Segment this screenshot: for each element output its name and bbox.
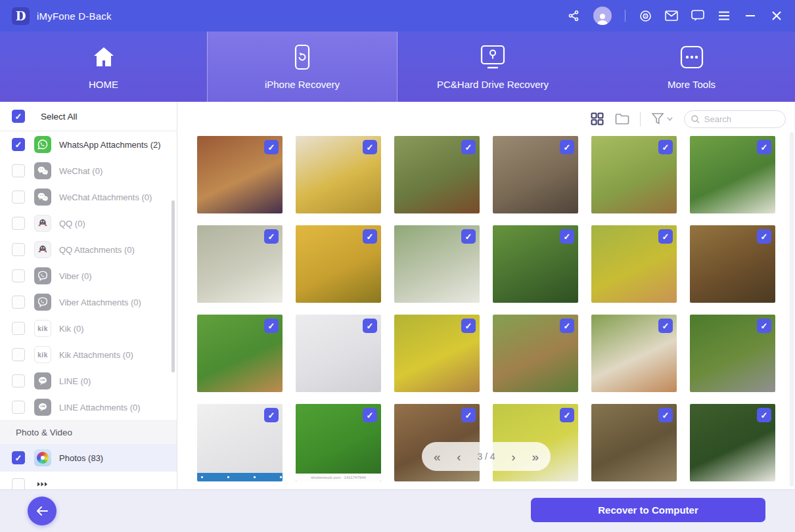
photo-checkbox[interactable]: ✓ xyxy=(363,408,377,422)
folder-view-icon[interactable] xyxy=(615,112,629,126)
chat-icon[interactable] xyxy=(691,9,704,22)
photo-checkbox[interactable]: ✓ xyxy=(264,408,279,422)
account-icon[interactable] xyxy=(593,7,612,25)
photo-checkbox[interactable]: ✓ xyxy=(658,408,673,422)
grid-view-icon[interactable] xyxy=(590,112,604,126)
menu-icon[interactable] xyxy=(717,9,731,22)
sidebar-item[interactable]: WeChat Attachments (0) xyxy=(0,184,177,210)
item-checkbox[interactable] xyxy=(12,243,25,256)
item-checkbox[interactable] xyxy=(12,322,25,335)
photo-checkbox[interactable]: ✓ xyxy=(560,229,574,244)
photo-thumbnail[interactable]: ✓ xyxy=(591,315,677,392)
select-all-row[interactable]: ✓ Select All xyxy=(0,102,177,131)
grid-scrollbar[interactable] xyxy=(790,132,794,487)
photo-thumbnail[interactable]: ✓ xyxy=(690,136,775,213)
photo-checkbox[interactable]: ✓ xyxy=(264,229,279,244)
prev-page-button[interactable]: ‹ xyxy=(457,451,461,463)
item-checkbox[interactable]: ✓ xyxy=(12,138,25,151)
monitor-search-icon xyxy=(479,43,507,71)
item-checkbox[interactable]: ✓ xyxy=(12,451,25,464)
sidebar-item[interactable]: ✓ WhatsApp Attachments (2) xyxy=(0,131,177,158)
last-page-button[interactable]: » xyxy=(532,451,539,463)
item-checkbox[interactable] xyxy=(12,374,25,388)
photo-thumbnail[interactable]: ✓ xyxy=(296,136,381,213)
sidebar-item[interactable]: Viber Attachments (0) xyxy=(0,289,177,315)
sidebar-item[interactable] xyxy=(0,472,177,489)
photo-thumbnail[interactable]: ✓ xyxy=(493,225,578,303)
photo-checkbox[interactable]: ✓ xyxy=(757,319,771,333)
photo-checkbox[interactable]: ✓ xyxy=(757,408,771,422)
photo-checkbox[interactable]: ✓ xyxy=(658,140,673,154)
photo-checkbox[interactable]: ✓ xyxy=(560,408,574,422)
photo-thumbnail[interactable]: ✓ xyxy=(197,315,283,392)
search-box[interactable] xyxy=(684,110,786,128)
photo-thumbnail[interactable]: ✓ xyxy=(493,136,578,213)
photo-thumbnail[interactable]: ✓ xyxy=(197,225,283,303)
tab-more-tools[interactable]: More Tools xyxy=(588,32,795,102)
photo-checkbox[interactable]: ✓ xyxy=(363,319,377,333)
close-icon[interactable] xyxy=(770,9,783,22)
photo-thumbnail[interactable]: ✓ xyxy=(394,315,480,392)
item-checkbox[interactable] xyxy=(12,348,25,361)
photo-thumbnail[interactable]: ✓ xyxy=(197,136,283,213)
photo-thumbnail[interactable]: ✓ xyxy=(394,136,480,213)
photo-thumbnail[interactable]: ✓ xyxy=(591,225,677,303)
photo-thumbnail[interactable]: ✓ xyxy=(591,136,677,213)
photo-thumbnail[interactable]: ✓ xyxy=(296,225,381,303)
photo-checkbox[interactable]: ✓ xyxy=(461,229,476,244)
share-icon[interactable] xyxy=(567,9,580,22)
photo-thumbnail[interactable]: ✓ xyxy=(296,315,381,392)
photo-checkbox[interactable]: ✓ xyxy=(658,319,673,333)
photo-thumbnail[interactable]: ✓ xyxy=(690,225,775,303)
back-button[interactable] xyxy=(28,497,57,525)
sidebar-item[interactable]: Viber (0) xyxy=(0,263,177,289)
photo-checkbox[interactable]: ✓ xyxy=(461,319,476,333)
sidebar-item[interactable]: kik Kik Attachments (0) xyxy=(0,342,177,368)
tab-home[interactable]: HOME xyxy=(0,32,207,102)
item-checkbox[interactable] xyxy=(12,217,25,230)
photo-checkbox[interactable]: ✓ xyxy=(560,319,574,333)
photo-checkbox[interactable]: ✓ xyxy=(461,140,476,154)
minimize-icon[interactable] xyxy=(744,9,757,22)
photo-thumbnail[interactable]: ✓ xyxy=(690,315,775,392)
photo-checkbox[interactable]: ✓ xyxy=(461,408,476,422)
item-checkbox[interactable] xyxy=(12,190,25,204)
photo-checkbox[interactable]: ✓ xyxy=(264,319,279,333)
next-page-button[interactable]: › xyxy=(511,451,515,463)
sidebar-item[interactable]: WeChat (0) xyxy=(0,158,177,184)
search-input[interactable] xyxy=(704,114,779,124)
photo-checkbox[interactable]: ✓ xyxy=(757,140,771,154)
photo-thumbnail[interactable]: ✓ xyxy=(690,404,775,481)
photo-checkbox[interactable]: ✓ xyxy=(757,229,771,244)
select-all-checkbox[interactable]: ✓ xyxy=(12,110,25,123)
photo-thumbnail[interactable]: ✓ xyxy=(591,404,677,481)
item-checkbox[interactable] xyxy=(12,401,25,414)
filter-icon[interactable] xyxy=(651,112,673,126)
first-page-button[interactable]: « xyxy=(434,451,441,463)
photo-checkbox[interactable]: ✓ xyxy=(363,140,377,154)
photo-checkbox[interactable]: ✓ xyxy=(658,229,673,244)
recover-to-computer-button[interactable]: Recover to Computer xyxy=(531,498,765,522)
photo-thumbnail[interactable]: ✓ xyxy=(197,404,283,481)
mail-icon[interactable] xyxy=(665,9,678,22)
photo-thumbnail[interactable]: ✓ xyxy=(394,225,480,303)
item-checkbox[interactable] xyxy=(12,164,25,177)
tab-iphone-recovery[interactable]: iPhone Recovery xyxy=(207,32,398,102)
photo-thumbnail[interactable]: ✓ xyxy=(493,315,578,392)
item-checkbox[interactable] xyxy=(12,269,25,282)
sidebar-item[interactable]: QQ (0) xyxy=(0,210,177,236)
item-checkbox[interactable] xyxy=(12,478,25,489)
sidebar-item[interactable]: ✓ Photos (83) xyxy=(0,444,177,472)
sidebar-item[interactable]: QQ Attachments (0) xyxy=(0,236,177,263)
photo-checkbox[interactable]: ✓ xyxy=(264,140,279,154)
record-icon[interactable] xyxy=(639,9,652,22)
tab-pc-recovery[interactable]: PC&Hard Drive Recovery xyxy=(398,32,588,102)
photo-thumbnail[interactable]: ✓ shutterstock.com · 1411747946 xyxy=(296,404,381,481)
sidebar-item[interactable]: LINE LINE (0) xyxy=(0,368,177,394)
sidebar-scrollbar[interactable] xyxy=(171,200,175,372)
item-checkbox[interactable] xyxy=(12,296,25,309)
sidebar-item[interactable]: LINE LINE Attachments (0) xyxy=(0,394,177,420)
photo-checkbox[interactable]: ✓ xyxy=(363,229,377,244)
sidebar-item[interactable]: kik Kik (0) xyxy=(0,315,177,342)
photo-checkbox[interactable]: ✓ xyxy=(560,140,574,154)
